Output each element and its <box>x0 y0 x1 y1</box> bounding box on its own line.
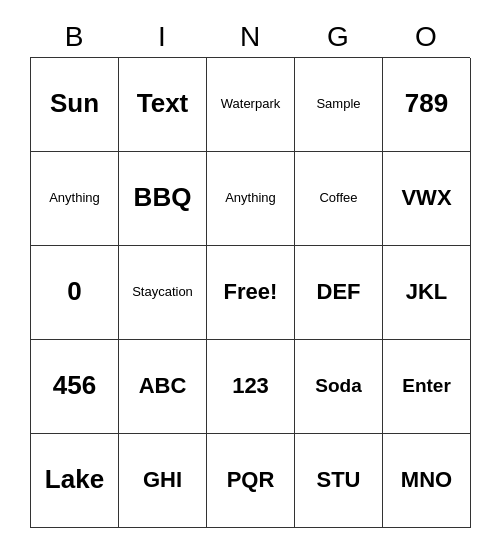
bingo-cell: 0 <box>31 246 119 340</box>
bingo-cell: Sample <box>295 58 383 152</box>
bingo-cell: Anything <box>31 152 119 246</box>
bingo-cell: ABC <box>119 340 207 434</box>
cell-label: PQR <box>227 467 275 493</box>
header-letter: B <box>30 17 118 57</box>
cell-label: Text <box>137 88 189 119</box>
bingo-cell: PQR <box>207 434 295 528</box>
cell-label: Soda <box>315 375 361 398</box>
bingo-cell: Staycation <box>119 246 207 340</box>
cell-label: DEF <box>317 279 361 305</box>
cell-label: GHI <box>143 467 182 493</box>
bingo-cell: MNO <box>383 434 471 528</box>
cell-label: Sun <box>50 88 99 119</box>
cell-label: STU <box>317 467 361 493</box>
bingo-cell: Waterpark <box>207 58 295 152</box>
bingo-cell: DEF <box>295 246 383 340</box>
bingo-cell: Free! <box>207 246 295 340</box>
cell-label: Free! <box>224 279 278 305</box>
bingo-cell: Text <box>119 58 207 152</box>
bingo-cell: 456 <box>31 340 119 434</box>
cell-label: Staycation <box>132 284 193 300</box>
bingo-cell: JKL <box>383 246 471 340</box>
bingo-header: BINGO <box>30 17 470 57</box>
bingo-cell: Soda <box>295 340 383 434</box>
bingo-cell: Sun <box>31 58 119 152</box>
cell-label: 0 <box>67 276 81 307</box>
bingo-card: BINGO SunTextWaterparkSample789AnythingB… <box>30 17 470 528</box>
cell-label: JKL <box>406 279 448 305</box>
bingo-cell: VWX <box>383 152 471 246</box>
header-letter: O <box>382 17 470 57</box>
bingo-cell: Coffee <box>295 152 383 246</box>
bingo-cell: 789 <box>383 58 471 152</box>
cell-label: Lake <box>45 464 104 495</box>
cell-label: VWX <box>401 185 451 211</box>
cell-label: 789 <box>405 88 448 119</box>
header-letter: I <box>118 17 206 57</box>
cell-label: Coffee <box>319 190 357 206</box>
cell-label: 123 <box>232 373 269 399</box>
bingo-cell: GHI <box>119 434 207 528</box>
bingo-cell: Lake <box>31 434 119 528</box>
cell-label: MNO <box>401 467 452 493</box>
bingo-cell: Anything <box>207 152 295 246</box>
cell-label: Anything <box>49 190 100 206</box>
cell-label: Sample <box>316 96 360 112</box>
cell-label: 456 <box>53 370 96 401</box>
header-letter: G <box>294 17 382 57</box>
bingo-cell: Enter <box>383 340 471 434</box>
cell-label: Anything <box>225 190 276 206</box>
bingo-cell: STU <box>295 434 383 528</box>
header-letter: N <box>206 17 294 57</box>
cell-label: ABC <box>139 373 187 399</box>
cell-label: Waterpark <box>221 96 280 112</box>
cell-label: BBQ <box>134 182 192 213</box>
bingo-cell: 123 <box>207 340 295 434</box>
bingo-grid: SunTextWaterparkSample789AnythingBBQAnyt… <box>30 57 470 528</box>
cell-label: Enter <box>402 375 451 398</box>
bingo-cell: BBQ <box>119 152 207 246</box>
